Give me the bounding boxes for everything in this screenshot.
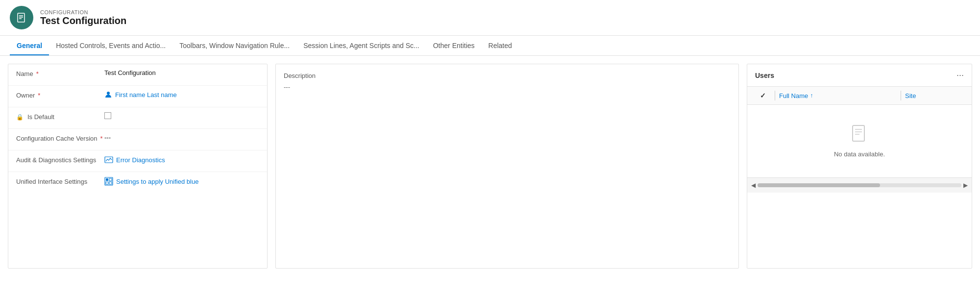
- form-row-owner: Owner * First name Last name: [8, 86, 267, 107]
- form-row-cache: Configuration Cache Version * ---: [8, 129, 267, 150]
- audit-label: Audit & Diagnostics Settings: [16, 155, 104, 164]
- owner-value[interactable]: First name Last name: [104, 91, 259, 99]
- cache-value: ---: [104, 134, 259, 141]
- no-data-icon: [851, 124, 868, 146]
- form-row-audit: Audit & Diagnostics Settings Error Diagn…: [8, 150, 267, 172]
- cache-label: Configuration Cache Version *: [16, 134, 104, 142]
- person-icon: [104, 91, 112, 99]
- app-header: CONFIGURATION Test Configuration: [0, 0, 980, 36]
- users-scrollbar[interactable]: ◀ ▶: [747, 177, 972, 193]
- unified-label: Unified Interface Settings: [16, 177, 104, 185]
- svg-rect-8: [109, 178, 112, 181]
- scroll-track[interactable]: [758, 183, 961, 187]
- isdefault-label: 🔒 Is Default: [16, 112, 104, 121]
- main-content: Name * Test Configuration Owner * First …: [0, 56, 980, 276]
- settings-ui-icon: [104, 177, 113, 186]
- name-required: *: [36, 70, 39, 77]
- tab-hosted-controls[interactable]: Hosted Controls, Events and Actio...: [49, 36, 172, 55]
- tab-bar: General Hosted Controls, Events and Acti…: [0, 36, 980, 56]
- lock-icon: 🔒: [16, 114, 24, 121]
- svg-rect-10: [109, 182, 112, 184]
- check-icon: ✓: [760, 92, 766, 99]
- form-row-isdefault: 🔒 Is Default: [8, 107, 267, 129]
- form-row-unified: Unified Interface Settings Settings to a…: [8, 172, 267, 194]
- app-icon: [10, 6, 33, 29]
- svg-rect-11: [853, 125, 864, 141]
- users-title: Users: [755, 72, 774, 79]
- tab-related[interactable]: Related: [482, 36, 519, 55]
- no-data-text: No data available.: [834, 150, 885, 158]
- form-row-name: Name * Test Configuration: [8, 64, 267, 86]
- diagnostics-icon: [104, 155, 113, 164]
- tab-session-lines[interactable]: Session Lines, Agent Scripts and Sc...: [296, 36, 426, 55]
- scroll-right-arrow[interactable]: ▶: [963, 182, 968, 189]
- users-panel: Users ··· ✓ Full Name ↑ Site: [747, 64, 972, 269]
- svg-point-4: [107, 92, 110, 95]
- isdefault-checkbox[interactable]: [104, 112, 111, 119]
- header-label: CONFIGURATION: [40, 9, 126, 15]
- svg-rect-0: [18, 13, 24, 22]
- scroll-thumb: [758, 183, 880, 187]
- no-data-area: No data available.: [747, 105, 972, 177]
- users-panel-header: Users ···: [747, 64, 972, 87]
- scroll-left-arrow[interactable]: ◀: [751, 182, 756, 189]
- name-label: Name *: [16, 69, 104, 77]
- col-divider-1: [775, 91, 775, 100]
- header-title: Test Configuration: [40, 15, 126, 26]
- name-value[interactable]: Test Configuration: [104, 69, 259, 76]
- description-label: Description: [284, 72, 731, 79]
- tab-toolbars[interactable]: Toolbars, Window Navigation Rule...: [172, 36, 296, 55]
- svg-rect-9: [106, 182, 108, 184]
- form-panel: Name * Test Configuration Owner * First …: [8, 64, 268, 269]
- sort-up-icon: ↑: [810, 92, 813, 99]
- col-divider-2: [901, 91, 901, 100]
- users-table-header: ✓ Full Name ↑ Site: [747, 87, 972, 105]
- description-panel: Description ---: [275, 64, 739, 269]
- description-value[interactable]: ---: [284, 83, 731, 91]
- users-col-name[interactable]: Full Name ↑: [779, 92, 897, 99]
- users-col-site[interactable]: Site: [905, 92, 964, 99]
- header-text: CONFIGURATION Test Configuration: [40, 9, 126, 26]
- unified-value[interactable]: Settings to apply Unified blue: [104, 177, 259, 186]
- owner-label: Owner *: [16, 91, 104, 99]
- owner-required: *: [38, 92, 40, 99]
- more-options-icon[interactable]: ···: [956, 70, 964, 80]
- tab-other-entities[interactable]: Other Entities: [426, 36, 482, 55]
- users-check-col: ✓: [755, 92, 771, 99]
- svg-rect-7: [106, 178, 108, 181]
- audit-value[interactable]: Error Diagnostics: [104, 155, 259, 164]
- tab-general[interactable]: General: [10, 36, 49, 55]
- isdefault-value: [104, 112, 259, 121]
- cache-required: *: [100, 135, 103, 142]
